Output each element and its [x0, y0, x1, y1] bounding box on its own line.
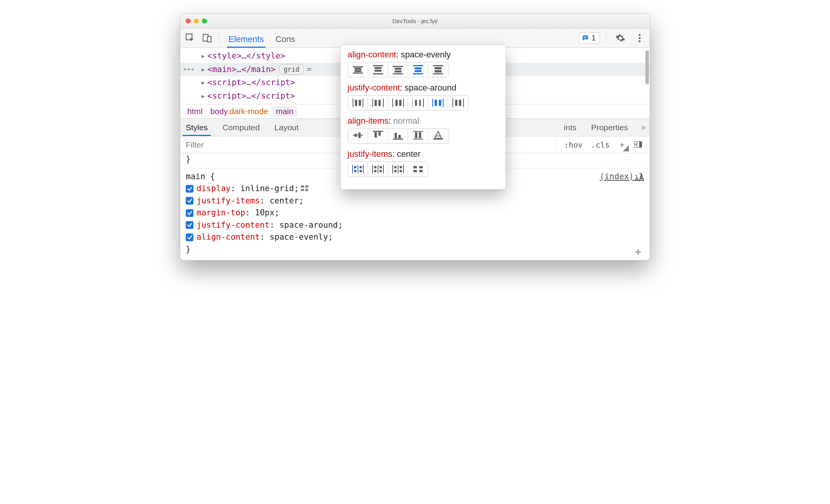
popover-section: justify-content: space-around — [348, 83, 499, 111]
popover-title: justify-content: space-around — [348, 83, 499, 93]
property-value[interactable]: space-evenly — [270, 232, 328, 242]
app-window: DevTools - jec.fyi/ Elements Cons 1 — [180, 13, 650, 260]
new-style-rule-button[interactable]: ＋ — [616, 139, 628, 151]
property-value[interactable]: 10px — [255, 208, 275, 217]
scrollbar-thumb[interactable] — [645, 50, 649, 84]
property-value[interactable]: center — [270, 196, 299, 205]
zoom-window-button[interactable] — [202, 18, 207, 24]
property-name[interactable]: margin-top — [197, 208, 245, 217]
property-enabled-checkbox[interactable] — [186, 185, 193, 193]
property-enabled-checkbox[interactable] — [186, 221, 193, 229]
alignment-option-button[interactable] — [348, 96, 368, 110]
alignment-option-button[interactable] — [348, 62, 368, 77]
popover-section: justify-items: center — [348, 149, 499, 177]
alignment-option-button[interactable] — [368, 96, 388, 110]
alignment-option-button[interactable] — [388, 96, 408, 110]
alignment-option-button[interactable] — [428, 62, 448, 77]
alignment-option-button[interactable] — [368, 162, 388, 176]
alignment-option-button[interactable] — [428, 129, 448, 143]
tab-elements[interactable]: Elements — [228, 30, 265, 47]
alignment-option-button[interactable] — [448, 96, 468, 110]
subtab-styles[interactable]: Styles — [184, 120, 209, 135]
crumb-main[interactable]: main — [272, 106, 297, 117]
cls-toggle[interactable]: .cls — [589, 139, 612, 150]
dom-element: <style>…</style> — [207, 50, 285, 62]
subtab-layout[interactable]: Layout — [273, 120, 300, 135]
window-title: DevTools - jec.fyi/ — [180, 18, 650, 24]
svg-rect-9 — [639, 142, 642, 147]
svg-point-7 — [639, 40, 641, 42]
property-enabled-checkbox[interactable] — [186, 234, 193, 241]
alignment-option-button[interactable] — [348, 162, 368, 176]
settings-gear-icon[interactable] — [613, 30, 628, 46]
alignment-option-button[interactable] — [408, 129, 428, 143]
property-value[interactable]: space-around — [279, 220, 338, 230]
svg-rect-21 — [398, 135, 401, 138]
css-declaration[interactable]: justify-content: space-around; — [180, 219, 650, 232]
device-toolbar-icon[interactable] — [200, 30, 215, 46]
svg-rect-10 — [301, 185, 304, 188]
crumb-body[interactable]: body.dark-mode — [207, 106, 272, 117]
alignment-option-button[interactable] — [388, 62, 408, 77]
open-grid-editor-icon[interactable] — [301, 183, 309, 190]
css-declaration[interactable]: margin-top: 10px; — [180, 207, 650, 219]
panel-tabs: Elements Cons — [228, 29, 296, 47]
expand-caret-icon[interactable]: ▸ — [200, 90, 206, 102]
grid-badge[interactable]: grid — [279, 64, 304, 75]
expand-caret-icon[interactable]: ▸ — [200, 76, 206, 89]
property-enabled-checkbox[interactable] — [186, 209, 193, 217]
popover-options — [348, 161, 428, 177]
svg-rect-18 — [375, 132, 377, 138]
row-actions-icon[interactable]: ••• — [183, 63, 194, 75]
expand-caret-icon[interactable]: ▸ — [200, 63, 206, 76]
more-tabs-icon[interactable]: » — [641, 123, 646, 133]
property-name[interactable]: justify-content — [197, 220, 270, 230]
popover-title: justify-items: center — [348, 149, 499, 159]
rule-properties: display: inline-grid;justify-items: cent… — [180, 183, 650, 244]
subtab-hidden-partial[interactable]: ints — [562, 120, 578, 135]
alignment-popover: align-content: space-evenlyjustify-conte… — [340, 45, 506, 190]
alignment-option-button[interactable] — [388, 129, 408, 143]
minimize-window-button[interactable] — [194, 18, 199, 24]
toolbar-right: 1 — [579, 30, 647, 46]
tab-console[interactable]: Cons — [275, 30, 296, 47]
dom-element: <main>…</main> — [207, 63, 276, 76]
alignment-option-button[interactable] — [408, 162, 428, 176]
alignment-option-button[interactable] — [368, 62, 388, 77]
rule-selector[interactable]: main { — [186, 172, 215, 181]
property-name[interactable]: align-content — [197, 232, 260, 242]
messages-badge[interactable]: 1 — [579, 32, 600, 44]
svg-rect-11 — [305, 185, 308, 188]
hov-toggle[interactable]: :hov — [562, 139, 585, 150]
css-declaration[interactable]: justify-items: center; — [180, 195, 650, 207]
traffic-lights — [186, 18, 207, 24]
property-enabled-checkbox[interactable] — [186, 197, 193, 205]
source-link[interactable]: (index):1 — [600, 171, 644, 183]
subtab-properties[interactable]: Properties — [590, 120, 630, 135]
filter-actions: :hov .cls ＋ — [556, 136, 650, 153]
popover-options — [348, 62, 449, 77]
svg-point-6 — [639, 37, 641, 39]
svg-rect-24 — [415, 132, 417, 138]
subtab-computed[interactable]: Computed — [221, 120, 261, 135]
alignment-option-button[interactable] — [368, 129, 388, 143]
alignment-option-button[interactable] — [388, 162, 408, 176]
crumb-html[interactable]: html — [183, 106, 207, 117]
expand-caret-icon[interactable]: ▸ — [200, 50, 206, 62]
css-declaration[interactable]: align-content: space-evenly; — [180, 231, 650, 244]
property-name[interactable]: justify-items — [197, 196, 260, 205]
add-declaration-button[interactable]: ＋ — [633, 246, 644, 257]
svg-rect-13 — [305, 189, 308, 191]
svg-point-5 — [639, 34, 641, 36]
popover-section: align-content: space-evenly — [348, 50, 499, 77]
property-value[interactable]: inline-grid — [240, 184, 294, 193]
close-window-button[interactable] — [186, 18, 191, 24]
alignment-option-button[interactable] — [428, 96, 448, 110]
alignment-option-button[interactable] — [348, 129, 368, 143]
alignment-option-button[interactable] — [408, 96, 428, 110]
kebab-menu-icon[interactable] — [632, 30, 647, 46]
property-name[interactable]: display — [197, 184, 231, 193]
toggle-computed-sidebar-icon[interactable] — [632, 139, 644, 150]
alignment-option-button[interactable] — [408, 62, 428, 77]
inspect-element-icon[interactable] — [183, 30, 198, 46]
